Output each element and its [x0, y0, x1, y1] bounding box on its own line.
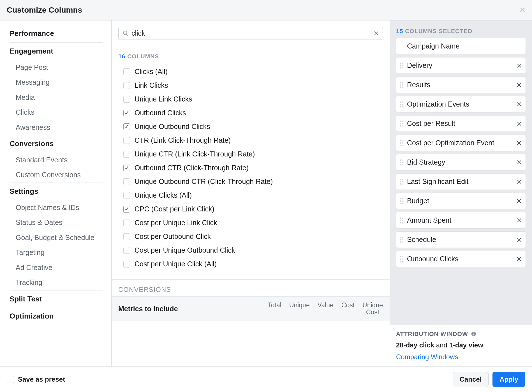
column-checkbox[interactable] [123, 247, 130, 254]
clear-search-icon[interactable] [374, 31, 379, 36]
remove-column-icon[interactable] [517, 257, 522, 262]
sidebar-item[interactable]: Tracking [10, 275, 103, 290]
selected-column[interactable]: Amount Spent [396, 212, 526, 229]
drag-handle-icon[interactable] [400, 101, 404, 107]
column-option[interactable]: Cost per Unique Outbound Click [118, 243, 383, 257]
column-option[interactable]: Outbound Clicks [118, 106, 383, 120]
remove-column-icon[interactable] [517, 82, 522, 87]
selected-column[interactable]: Outbound Clicks [396, 251, 526, 267]
column-checkbox[interactable] [123, 123, 130, 130]
sidebar-category[interactable]: Settings [10, 183, 103, 200]
sidebar-item[interactable]: Custom Conversions [10, 167, 103, 183]
sidebar-item[interactable]: Status & Dates [10, 215, 103, 230]
svg-point-48 [402, 203, 403, 204]
remove-column-icon[interactable] [517, 199, 522, 204]
drag-handle-icon[interactable] [400, 179, 404, 185]
column-option[interactable]: Outbound CTR (Click-Through Rate) [118, 161, 383, 175]
sidebar-item[interactable]: Object Names & IDs [10, 200, 103, 215]
sidebar-item[interactable]: Standard Events [10, 153, 103, 168]
remove-column-icon[interactable] [517, 63, 522, 68]
column-option[interactable]: Cost per Unique Link Click [118, 216, 383, 230]
drag-handle-icon[interactable] [400, 63, 404, 69]
close-icon[interactable] [520, 6, 525, 15]
save-preset-checkbox[interactable] [7, 376, 14, 383]
sidebar-item[interactable]: Clicks [10, 105, 103, 120]
column-option[interactable]: Unique CTR (Link Click-Through Rate) [118, 147, 383, 161]
column-checkbox[interactable] [123, 68, 130, 75]
selected-list[interactable]: Campaign NameDeliveryResultsOptimization… [390, 38, 532, 325]
remove-column-icon[interactable] [517, 218, 522, 223]
column-checkbox[interactable] [123, 220, 130, 226]
drag-handle-icon[interactable] [400, 217, 404, 223]
column-checkbox[interactable] [123, 192, 130, 199]
selected-column[interactable]: Bid Strategy [396, 154, 526, 170]
remove-column-icon[interactable] [517, 102, 522, 107]
svg-point-8 [402, 82, 403, 83]
sidebar-item[interactable]: Media [10, 90, 103, 105]
column-option[interactable]: Link Clicks [118, 79, 383, 92]
column-option[interactable]: CTR (Link Click-Through Rate) [118, 133, 383, 147]
selected-column[interactable]: Results [396, 77, 526, 93]
sidebar-item[interactable]: Awareness [10, 120, 103, 135]
column-checkbox[interactable] [123, 165, 130, 171]
selected-column[interactable]: Delivery [396, 57, 526, 74]
drag-handle-icon[interactable] [400, 82, 404, 88]
sidebar-item[interactable]: Ad Creative [10, 260, 103, 275]
sidebar-category[interactable]: Split Test [10, 290, 103, 308]
drag-handle-icon[interactable] [400, 159, 404, 165]
sidebar-item[interactable]: Goal, Budget & Schedule [10, 230, 103, 245]
save-preset-label: Save as preset [18, 375, 65, 383]
selected-column[interactable]: Campaign Name [396, 38, 526, 54]
sidebar-item[interactable]: Page Post [10, 60, 103, 75]
remove-column-icon[interactable] [517, 121, 522, 126]
search-box[interactable] [118, 27, 383, 40]
save-preset-toggle[interactable]: Save as preset [7, 375, 65, 383]
column-option[interactable]: Unique Outbound Clicks [118, 120, 383, 133]
column-option[interactable]: Unique Clicks (All) [118, 188, 383, 202]
sidebar-item[interactable]: Targeting [10, 245, 103, 260]
column-option[interactable]: Cost per Unique Click (All) [118, 257, 383, 271]
drag-handle-icon[interactable] [400, 198, 404, 204]
selected-column[interactable]: Last Significant Edit [396, 173, 526, 190]
column-checkbox[interactable] [123, 137, 130, 144]
column-checkbox[interactable] [123, 233, 130, 240]
drag-handle-icon[interactable] [400, 121, 404, 127]
column-checkbox[interactable] [123, 151, 130, 158]
sidebar-category[interactable]: Engagement [10, 43, 103, 60]
remove-column-icon[interactable] [517, 237, 522, 242]
sidebar-item[interactable]: Messaging [10, 75, 103, 90]
search-input[interactable] [131, 29, 374, 37]
column-option[interactable]: Unique Outbound CTR (Click-Through Rate) [118, 175, 383, 188]
column-checkbox[interactable] [123, 110, 130, 116]
drag-handle-icon[interactable] [400, 256, 404, 262]
remove-column-icon[interactable] [517, 160, 522, 165]
customize-columns-dialog: Customize Columns PerformanceEngagementP… [0, 0, 532, 392]
cancel-button[interactable]: Cancel [453, 372, 489, 387]
info-icon[interactable] [471, 331, 477, 337]
drag-handle-icon[interactable] [400, 140, 404, 146]
remove-column-icon[interactable] [517, 179, 522, 184]
column-checkbox[interactable] [123, 82, 130, 89]
selected-column[interactable]: Optimization Events [396, 96, 526, 112]
columns-scroll[interactable]: 16 COLUMNS Clicks (All)Link ClicksUnique… [112, 46, 390, 366]
selected-column[interactable]: Budget [396, 193, 526, 209]
sidebar-category[interactable]: Performance [10, 25, 103, 42]
selected-column[interactable]: Cost per Optimization Event [396, 135, 526, 151]
column-option[interactable]: CPC (Cost per Link Click) [118, 202, 383, 216]
remove-column-icon[interactable] [517, 140, 522, 146]
column-option[interactable]: Unique Link Clicks [118, 92, 383, 106]
column-checkbox[interactable] [123, 261, 130, 268]
column-option[interactable]: Cost per Outbound Click [118, 230, 383, 243]
sidebar-category[interactable]: Optimization [10, 308, 103, 325]
apply-button[interactable]: Apply [492, 372, 525, 387]
selected-column[interactable]: Schedule [396, 231, 526, 248]
column-checkbox[interactable] [123, 96, 130, 103]
column-checkbox[interactable] [123, 206, 130, 213]
sidebar-category[interactable]: Conversions [10, 135, 103, 153]
comparing-windows-link[interactable]: Comparing Windows [396, 353, 458, 361]
column-checkbox[interactable] [123, 178, 130, 185]
svg-point-3 [400, 65, 401, 66]
selected-column[interactable]: Cost per Result [396, 115, 526, 132]
column-option[interactable]: Clicks (All) [118, 65, 383, 79]
drag-handle-icon[interactable] [400, 237, 404, 243]
